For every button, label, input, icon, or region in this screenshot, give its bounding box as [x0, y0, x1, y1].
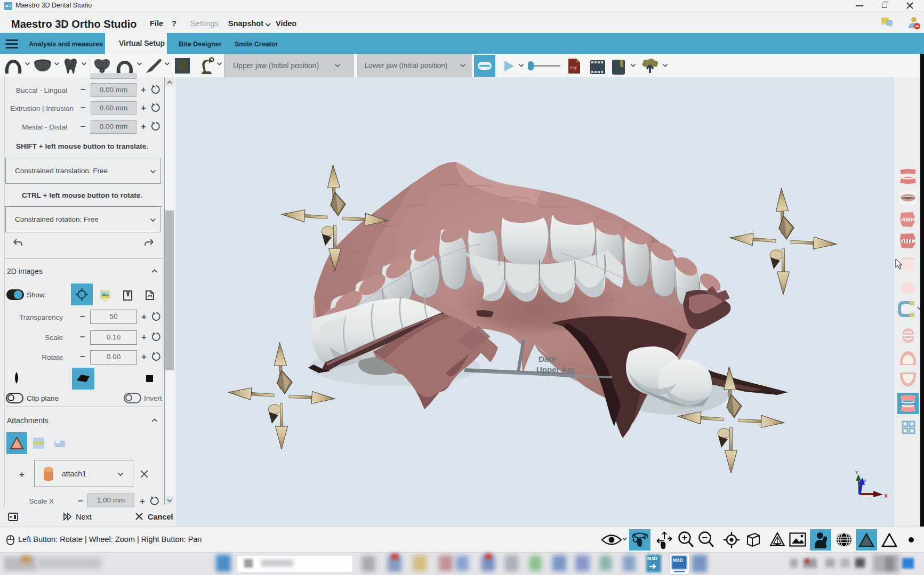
svg-text:PDF: PDF: [570, 66, 577, 70]
svg-text:z: z: [864, 478, 866, 483]
svg-text:Date: Date: [539, 354, 556, 363]
svg-text:Y: Y: [855, 470, 858, 475]
svg-text:Upper Arc: Upper Arc: [536, 365, 575, 374]
svg-text:x: x: [884, 491, 888, 499]
